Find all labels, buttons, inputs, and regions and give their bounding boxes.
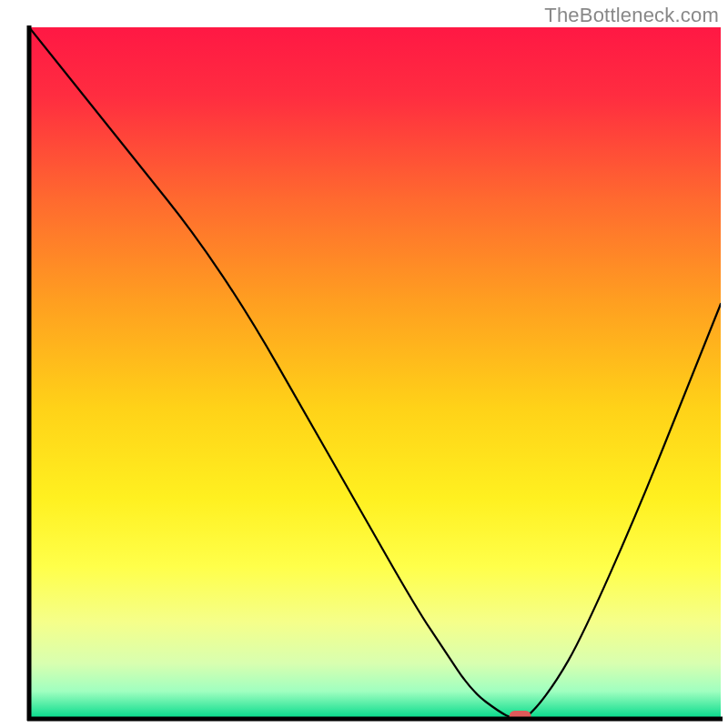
watermark-text: TheBottleneck.com — [544, 4, 719, 27]
chart-container: TheBottleneck.com — [0, 0, 728, 728]
bottleneck-chart — [0, 0, 728, 728]
gradient-background — [29, 27, 721, 719]
